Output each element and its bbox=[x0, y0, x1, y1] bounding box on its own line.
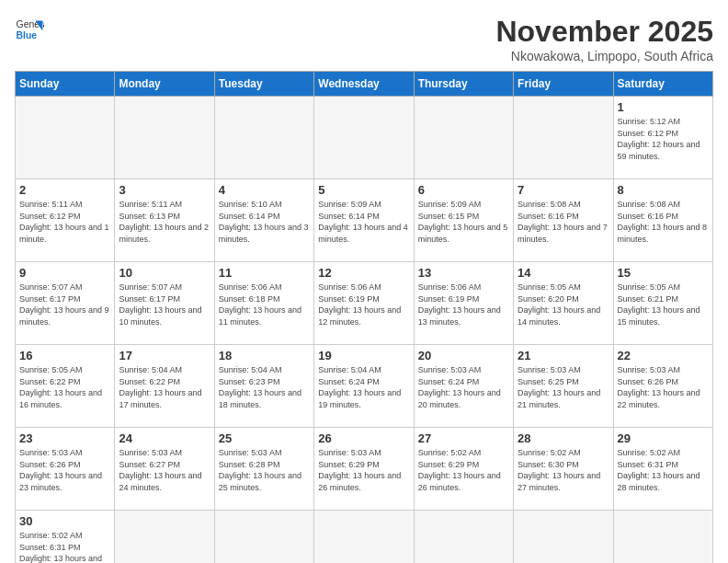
day-number: 19 bbox=[318, 349, 409, 362]
day-info: Sunrise: 5:10 AM Sunset: 6:14 PM Dayligh… bbox=[219, 199, 310, 245]
day-info: Sunrise: 5:07 AM Sunset: 6:17 PM Dayligh… bbox=[19, 282, 110, 327]
logo: General Blue bbox=[15, 15, 44, 44]
day-cell: 7Sunrise: 5:08 AM Sunset: 6:16 PM Daylig… bbox=[514, 179, 613, 262]
day-cell bbox=[214, 97, 313, 179]
day-cell: 4Sunrise: 5:10 AM Sunset: 6:14 PM Daylig… bbox=[214, 179, 313, 262]
header: General Blue November 2025 Nkowakowa, Li… bbox=[15, 15, 713, 63]
day-cell: 19Sunrise: 5:04 AM Sunset: 6:24 PM Dayli… bbox=[314, 345, 414, 428]
day-info: Sunrise: 5:03 AM Sunset: 6:29 PM Dayligh… bbox=[318, 447, 409, 493]
day-cell: 30Sunrise: 5:02 AM Sunset: 6:31 PM Dayli… bbox=[16, 511, 115, 564]
day-cell: 8Sunrise: 5:08 AM Sunset: 6:16 PM Daylig… bbox=[613, 179, 712, 262]
day-cell: 6Sunrise: 5:09 AM Sunset: 6:15 PM Daylig… bbox=[414, 179, 513, 262]
day-number: 14 bbox=[518, 266, 609, 280]
day-info: Sunrise: 5:05 AM Sunset: 6:21 PM Dayligh… bbox=[618, 282, 709, 327]
day-cell: 23Sunrise: 5:03 AM Sunset: 6:26 PM Dayli… bbox=[16, 428, 115, 511]
day-cell bbox=[514, 97, 613, 179]
day-number: 13 bbox=[418, 266, 509, 280]
day-info: Sunrise: 5:12 AM Sunset: 6:12 PM Dayligh… bbox=[618, 116, 709, 162]
col-header-friday: Friday bbox=[514, 72, 613, 97]
col-header-saturday: Saturday bbox=[613, 72, 712, 97]
day-cell: 10Sunrise: 5:07 AM Sunset: 6:17 PM Dayli… bbox=[115, 262, 214, 345]
day-number: 3 bbox=[119, 183, 210, 197]
day-number: 7 bbox=[518, 183, 609, 197]
day-number: 17 bbox=[119, 349, 210, 362]
logo-icon: General Blue bbox=[15, 15, 44, 44]
week-row-0: 1Sunrise: 5:12 AM Sunset: 6:12 PM Daylig… bbox=[16, 97, 713, 179]
calendar-table: SundayMondayTuesdayWednesdayThursdayFrid… bbox=[15, 71, 713, 563]
day-number: 21 bbox=[518, 349, 609, 362]
day-cell bbox=[115, 97, 214, 179]
day-info: Sunrise: 5:06 AM Sunset: 6:18 PM Dayligh… bbox=[219, 282, 310, 327]
col-header-sunday: Sunday bbox=[16, 72, 115, 97]
day-number: 20 bbox=[418, 349, 509, 362]
day-info: Sunrise: 5:03 AM Sunset: 6:25 PM Dayligh… bbox=[518, 364, 609, 410]
day-number: 6 bbox=[418, 183, 509, 197]
day-cell bbox=[314, 511, 414, 564]
day-cell bbox=[214, 511, 313, 564]
day-number: 1 bbox=[618, 100, 709, 114]
day-number: 27 bbox=[418, 431, 509, 445]
day-number: 30 bbox=[19, 514, 110, 528]
day-cell: 17Sunrise: 5:04 AM Sunset: 6:22 PM Dayli… bbox=[115, 345, 214, 428]
day-info: Sunrise: 5:02 AM Sunset: 6:29 PM Dayligh… bbox=[418, 447, 509, 493]
day-cell: 15Sunrise: 5:05 AM Sunset: 6:21 PM Dayli… bbox=[613, 262, 712, 345]
col-header-tuesday: Tuesday bbox=[214, 72, 313, 97]
day-cell bbox=[414, 97, 513, 179]
day-cell: 21Sunrise: 5:03 AM Sunset: 6:25 PM Dayli… bbox=[514, 345, 613, 428]
day-info: Sunrise: 5:02 AM Sunset: 6:31 PM Dayligh… bbox=[618, 447, 709, 493]
day-number: 25 bbox=[219, 431, 310, 445]
day-number: 23 bbox=[19, 431, 110, 445]
day-cell: 13Sunrise: 5:06 AM Sunset: 6:19 PM Dayli… bbox=[414, 262, 513, 345]
day-info: Sunrise: 5:08 AM Sunset: 6:16 PM Dayligh… bbox=[618, 199, 709, 245]
day-cell: 22Sunrise: 5:03 AM Sunset: 6:26 PM Dayli… bbox=[613, 345, 712, 428]
day-number: 4 bbox=[219, 183, 310, 197]
day-number: 16 bbox=[19, 349, 110, 362]
calendar-subtitle: Nkowakowa, Limpopo, South Africa bbox=[495, 49, 713, 63]
day-info: Sunrise: 5:03 AM Sunset: 6:24 PM Dayligh… bbox=[418, 364, 509, 410]
day-cell: 24Sunrise: 5:03 AM Sunset: 6:27 PM Dayli… bbox=[115, 428, 214, 511]
col-header-thursday: Thursday bbox=[414, 72, 513, 97]
header-row: SundayMondayTuesdayWednesdayThursdayFrid… bbox=[16, 72, 713, 97]
day-number: 2 bbox=[19, 183, 110, 197]
day-info: Sunrise: 5:04 AM Sunset: 6:22 PM Dayligh… bbox=[119, 364, 210, 410]
day-cell: 27Sunrise: 5:02 AM Sunset: 6:29 PM Dayli… bbox=[414, 428, 513, 511]
week-row-3: 16Sunrise: 5:05 AM Sunset: 6:22 PM Dayli… bbox=[16, 345, 713, 428]
svg-text:Blue: Blue bbox=[17, 30, 38, 40]
day-info: Sunrise: 5:04 AM Sunset: 6:23 PM Dayligh… bbox=[219, 364, 310, 410]
day-info: Sunrise: 5:03 AM Sunset: 6:26 PM Dayligh… bbox=[618, 364, 709, 410]
day-number: 9 bbox=[19, 266, 110, 280]
day-cell bbox=[613, 511, 712, 564]
col-header-monday: Monday bbox=[115, 72, 214, 97]
day-cell: 16Sunrise: 5:05 AM Sunset: 6:22 PM Dayli… bbox=[16, 345, 115, 428]
day-number: 28 bbox=[518, 431, 609, 445]
day-number: 29 bbox=[618, 431, 709, 445]
day-cell: 3Sunrise: 5:11 AM Sunset: 6:13 PM Daylig… bbox=[115, 179, 214, 262]
day-number: 8 bbox=[618, 183, 709, 197]
day-info: Sunrise: 5:11 AM Sunset: 6:13 PM Dayligh… bbox=[119, 199, 210, 245]
week-row-4: 23Sunrise: 5:03 AM Sunset: 6:26 PM Dayli… bbox=[16, 428, 713, 511]
day-info: Sunrise: 5:06 AM Sunset: 6:19 PM Dayligh… bbox=[418, 282, 509, 327]
day-cell: 11Sunrise: 5:06 AM Sunset: 6:18 PM Dayli… bbox=[214, 262, 313, 345]
day-info: Sunrise: 5:06 AM Sunset: 6:19 PM Dayligh… bbox=[318, 282, 409, 327]
day-number: 22 bbox=[618, 349, 709, 362]
day-cell: 1Sunrise: 5:12 AM Sunset: 6:12 PM Daylig… bbox=[613, 97, 712, 179]
day-cell bbox=[16, 97, 115, 179]
week-row-5: 30Sunrise: 5:02 AM Sunset: 6:31 PM Dayli… bbox=[16, 511, 713, 564]
day-info: Sunrise: 5:03 AM Sunset: 6:27 PM Dayligh… bbox=[119, 447, 210, 493]
day-info: Sunrise: 5:02 AM Sunset: 6:31 PM Dayligh… bbox=[19, 530, 110, 563]
day-number: 12 bbox=[318, 266, 409, 280]
day-info: Sunrise: 5:09 AM Sunset: 6:14 PM Dayligh… bbox=[318, 199, 409, 245]
title-area: November 2025 Nkowakowa, Limpopo, South … bbox=[495, 15, 713, 63]
day-cell: 14Sunrise: 5:05 AM Sunset: 6:20 PM Dayli… bbox=[514, 262, 613, 345]
day-cell: 2Sunrise: 5:11 AM Sunset: 6:12 PM Daylig… bbox=[16, 179, 115, 262]
day-number: 5 bbox=[318, 183, 409, 197]
day-number: 15 bbox=[618, 266, 709, 280]
day-cell: 28Sunrise: 5:02 AM Sunset: 6:30 PM Dayli… bbox=[514, 428, 613, 511]
day-number: 24 bbox=[119, 431, 210, 445]
day-cell: 18Sunrise: 5:04 AM Sunset: 6:23 PM Dayli… bbox=[214, 345, 313, 428]
day-cell bbox=[414, 511, 513, 564]
day-cell: 5Sunrise: 5:09 AM Sunset: 6:14 PM Daylig… bbox=[314, 179, 414, 262]
col-header-wednesday: Wednesday bbox=[314, 72, 414, 97]
day-number: 26 bbox=[318, 431, 409, 445]
day-info: Sunrise: 5:11 AM Sunset: 6:12 PM Dayligh… bbox=[19, 199, 110, 245]
